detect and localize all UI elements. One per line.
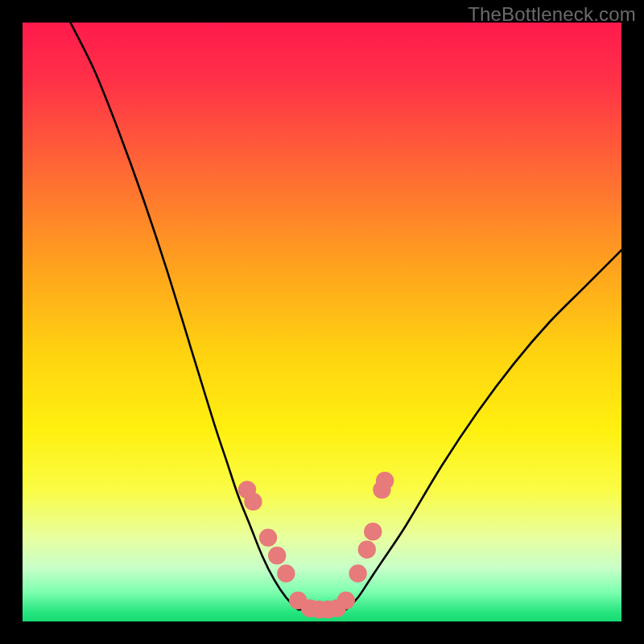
marker-dot [349, 564, 366, 582]
marker-dot [364, 522, 382, 540]
marker-dot [259, 529, 277, 547]
chart-frame: TheBottleneck.com [0, 0, 644, 644]
marker-dot [268, 547, 286, 564]
marker-dot [277, 564, 295, 582]
marker-dot [337, 592, 355, 609]
marker-dot [376, 472, 394, 489]
chart-svg [23, 23, 621, 621]
plot-area [23, 23, 621, 621]
marker-dot [358, 541, 376, 559]
marker-dot [244, 493, 262, 510]
